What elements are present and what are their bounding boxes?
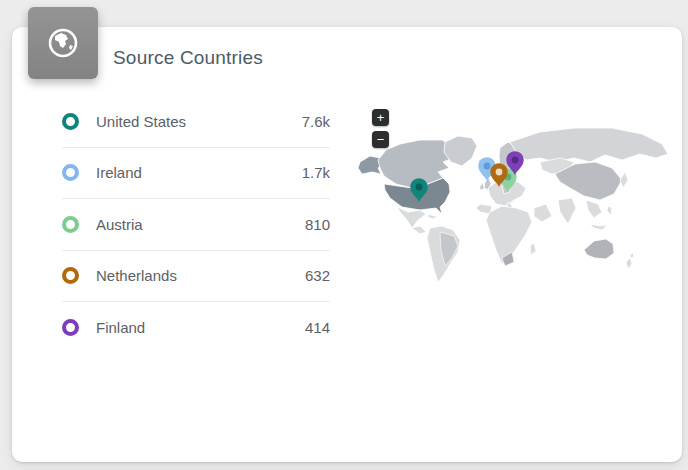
country-name: United States xyxy=(96,113,302,130)
map-region-southeast-asia xyxy=(586,200,602,218)
world-map[interactable]: + − xyxy=(350,100,682,322)
country-ring-icon xyxy=(62,113,79,130)
map-zoom-in-button[interactable]: + xyxy=(372,109,389,126)
country-value: 810 xyxy=(305,216,330,233)
country-ring-icon xyxy=(62,319,79,336)
map-region-new-zealand xyxy=(626,253,634,269)
country-value: 1.7k xyxy=(302,164,330,181)
map-region-central-america xyxy=(412,226,426,234)
country-row: Finland 414 xyxy=(62,302,330,353)
country-row: Ireland 1.7k xyxy=(62,148,330,200)
page-title: Source Countries xyxy=(113,47,263,69)
map-region-indonesia xyxy=(590,224,608,230)
country-name: Ireland xyxy=(96,164,302,181)
source-countries-card: Source Countries United States 7.6k Irel… xyxy=(12,27,682,462)
country-value: 7.6k xyxy=(302,113,330,130)
country-ring-icon xyxy=(62,164,79,181)
widget-header-icon-box xyxy=(28,7,98,79)
map-region-caribbean xyxy=(428,214,438,219)
country-row: Austria 810 xyxy=(62,199,330,251)
country-value: 414 xyxy=(305,319,330,336)
country-row: United States 7.6k xyxy=(62,96,330,148)
country-name: Austria xyxy=(96,216,305,233)
map-region-ireland xyxy=(480,183,484,190)
country-name: Finland xyxy=(96,319,305,336)
map-region-japan xyxy=(620,172,628,188)
country-ring-icon xyxy=(62,267,79,284)
map-region-madagascar xyxy=(530,243,536,255)
world-map-svg[interactable] xyxy=(350,100,682,322)
map-region-greenland xyxy=(444,136,477,166)
globe-icon xyxy=(43,23,83,63)
map-region-india xyxy=(558,198,576,224)
country-value: 632 xyxy=(305,267,330,284)
map-land xyxy=(358,128,668,282)
map-region-australia xyxy=(584,239,614,259)
map-region-russia xyxy=(510,128,668,162)
country-row: Netherlands 632 xyxy=(62,251,330,303)
country-list: United States 7.6k Ireland 1.7k Austria … xyxy=(62,96,330,353)
country-name: Netherlands xyxy=(96,267,305,284)
map-zoom-out-button[interactable]: − xyxy=(372,131,389,148)
map-region-middle-east xyxy=(534,204,552,222)
map-region-philippines xyxy=(607,206,612,215)
country-ring-icon xyxy=(62,216,79,233)
